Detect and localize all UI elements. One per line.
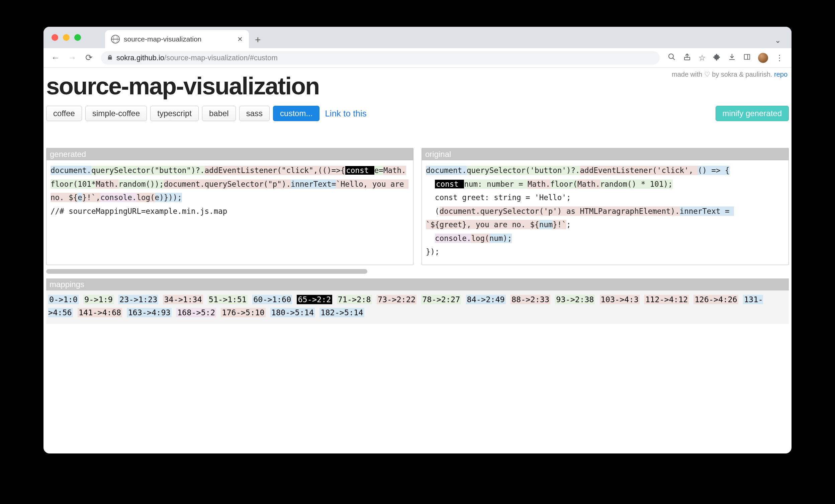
svg-line-1	[673, 58, 675, 60]
browser-tab[interactable]: source-map-visualization ✕	[105, 30, 249, 48]
mapping-entry[interactable]: 103->4:3	[600, 295, 639, 304]
heart-icon: ♡	[704, 70, 710, 78]
minify-generated-button[interactable]: minify generated	[716, 106, 789, 121]
traffic-lights	[52, 34, 81, 41]
coffee-button[interactable]: coffee	[46, 106, 82, 121]
titlebar: source-map-visualization ✕ + ⌄	[43, 27, 792, 48]
menu-icon[interactable]: ⋮	[775, 53, 783, 63]
avatar[interactable]	[758, 53, 768, 63]
mapping-entry[interactable]: 71->2:8	[337, 295, 372, 304]
tab-title: source-map-visualization	[124, 35, 233, 43]
globe-icon	[111, 35, 120, 43]
simple-coffee-button[interactable]: simple-coffee	[85, 106, 147, 121]
mapping-entry[interactable]: 163->4:93	[127, 308, 171, 317]
toolbar-icons: ☆ ⋮	[665, 53, 787, 63]
repo-link[interactable]: repo	[774, 70, 788, 78]
mapping-entry[interactable]: 51->1:51	[208, 295, 248, 304]
mapping-entry[interactable]: 65->2:2	[297, 295, 332, 304]
original-pane: original document.querySelector('button'…	[422, 148, 789, 265]
tabs-dropdown-icon[interactable]: ⌄	[769, 36, 787, 48]
svg-rect-3	[744, 54, 750, 59]
mapping-entry[interactable]: 9->1:9	[83, 295, 114, 304]
highlighted-const: const	[345, 166, 374, 175]
mapping-entry[interactable]: 176->5:10	[221, 308, 265, 317]
mapping-entry[interactable]: 34->1:34	[163, 295, 203, 304]
source-mapping-comment: //# sourceMappingURL=example.min.js.map	[50, 207, 227, 216]
mapping-entry[interactable]: 78->2:27	[421, 295, 461, 304]
address-bar[interactable]: 🔒︎ sokra.github.io/source-map-visualizat…	[101, 51, 660, 65]
code-panes: generated document.querySelector("button…	[46, 148, 789, 265]
minimize-icon[interactable]	[63, 34, 69, 41]
author-sokra: sokra	[721, 70, 737, 78]
mapping-entry[interactable]: 60->1:60	[252, 295, 292, 304]
link-to-this[interactable]: Link to this	[325, 108, 366, 119]
original-header: original	[422, 148, 789, 160]
mapping-entry[interactable]: 23->1:23	[118, 295, 158, 304]
mapping-entry[interactable]: 168->5:2	[176, 308, 216, 317]
nav-toolbar: ← → ⟳ 🔒︎ sokra.github.io/source-map-visu…	[43, 48, 792, 67]
generated-header: generated	[46, 148, 413, 160]
controls-row: coffee simple-coffee typescript babel sa…	[46, 106, 789, 121]
custom-button[interactable]: custom...	[273, 106, 320, 121]
browser-window: source-map-visualization ✕ + ⌄ ← → ⟳ 🔒︎ …	[43, 27, 792, 453]
url-host: sokra.github.io	[117, 54, 164, 62]
extensions-icon[interactable]	[713, 53, 720, 63]
mapping-entry[interactable]: 93->2:38	[555, 295, 595, 304]
sass-button[interactable]: sass	[239, 106, 270, 121]
mapping-entry[interactable]: 126->4:26	[693, 295, 738, 304]
bookmark-icon[interactable]: ☆	[698, 53, 706, 63]
horizontal-scrollbar[interactable]	[46, 267, 789, 277]
mapping-entry[interactable]: 141->4:68	[78, 308, 122, 317]
highlighted-const-orig: const	[435, 180, 464, 188]
close-icon[interactable]	[52, 34, 58, 41]
mappings-body[interactable]: 0->1:0 9->1:9 23->1:23 34->1:34 51->1:51…	[46, 290, 789, 324]
svg-point-0	[669, 54, 673, 59]
mapping-entry[interactable]: 84->2:49	[466, 295, 506, 304]
reload-button[interactable]: ⟳	[82, 53, 96, 63]
mapping-entry[interactable]: 182->5:14	[320, 308, 364, 317]
scrollbar-thumb[interactable]	[46, 269, 367, 274]
close-tab-icon[interactable]: ✕	[237, 35, 243, 43]
back-button[interactable]: ←	[48, 53, 63, 63]
mapping-entry[interactable]: 180->5:14	[270, 308, 315, 317]
url-path: /source-map-visualization/#custom	[164, 54, 278, 62]
panel-icon[interactable]	[744, 53, 751, 63]
babel-button[interactable]: babel	[202, 106, 236, 121]
mapping-entry[interactable]: 88->2:33	[510, 295, 550, 304]
author-paulirish: paulirish	[745, 70, 770, 78]
mapping-entry[interactable]: 112->4:12	[644, 295, 689, 304]
generated-pane: generated document.querySelector("button…	[46, 148, 413, 265]
share-icon[interactable]	[683, 53, 691, 63]
original-code[interactable]: document.querySelector('button')?.addEve…	[422, 160, 789, 262]
downloads-icon[interactable]	[728, 53, 736, 63]
mappings-header: mappings	[46, 279, 789, 290]
search-icon[interactable]	[668, 53, 676, 63]
credits: made with ♡ by sokra & paulirish. repo	[672, 70, 788, 78]
mapping-entry[interactable]: 0->1:0	[48, 295, 79, 304]
mapping-entry[interactable]: 73->2:22	[377, 295, 416, 304]
generated-code[interactable]: document.querySelector("button")?.addEve…	[46, 160, 413, 221]
mappings-section: mappings 0->1:0 9->1:9 23->1:23 34->1:34…	[46, 279, 789, 324]
page-content: made with ♡ by sokra & paulirish. repo s…	[43, 67, 792, 453]
new-tab-button[interactable]: +	[249, 34, 267, 48]
lock-icon: 🔒︎	[107, 54, 113, 61]
forward-button[interactable]: →	[65, 53, 80, 63]
typescript-button[interactable]: typescript	[150, 106, 199, 121]
maximize-icon[interactable]	[74, 34, 81, 41]
